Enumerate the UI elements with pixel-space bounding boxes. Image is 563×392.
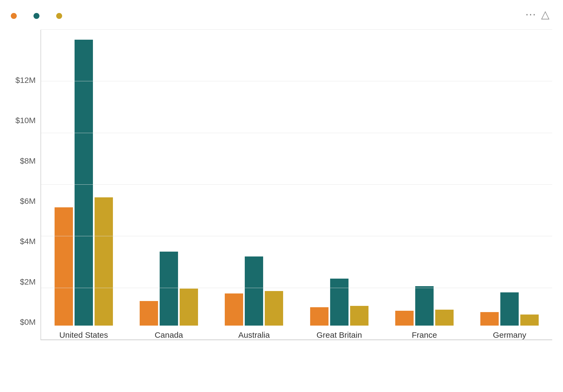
bar-medium — [160, 252, 178, 326]
country-group: Australia — [212, 30, 297, 340]
bars-plot: United StatesCanadaAustraliaGreat Britai… — [41, 30, 552, 340]
bar-medium — [415, 286, 434, 326]
y-axis-label: $0M — [20, 317, 36, 327]
bar-small — [520, 315, 539, 326]
country-group: Germany — [467, 30, 552, 340]
y-axis-label: $12M — [15, 76, 36, 85]
chart-area: $12M$10M$8M$6M$4M$2M$0M United StatesCan… — [11, 30, 552, 340]
legend — [11, 13, 552, 19]
country-label: France — [412, 330, 437, 340]
bars-row — [467, 30, 552, 326]
bars-row — [297, 30, 382, 326]
country-label: Canada — [155, 330, 183, 340]
bar-medium — [500, 292, 519, 326]
gridline — [41, 133, 552, 133]
country-group: Great Britain — [297, 30, 382, 340]
bars-section: United StatesCanadaAustraliaGreat Britai… — [41, 30, 552, 340]
gridline — [41, 184, 552, 185]
legend-item-small — [56, 13, 65, 19]
country-label: Australia — [238, 330, 270, 340]
country-label: Great Britain — [316, 330, 362, 340]
y-axis-label: $6M — [20, 197, 36, 206]
bar-large — [310, 307, 329, 326]
gridline — [41, 288, 552, 288]
gridline — [41, 81, 552, 81]
country-group: United States — [41, 30, 126, 340]
gridline — [41, 29, 552, 30]
country-group: France — [382, 30, 467, 340]
ellipsis-icon[interactable]: ⋯ — [525, 8, 536, 21]
y-axis-label: $10M — [15, 116, 36, 125]
bar-large — [395, 311, 414, 326]
bar-large — [140, 301, 158, 326]
y-axis-label: $8M — [20, 156, 36, 165]
bar-medium — [75, 40, 93, 326]
legend-dot-medium — [33, 13, 39, 19]
gridline — [41, 339, 552, 340]
bar-small — [95, 197, 113, 326]
bar-small — [350, 306, 368, 326]
country-group: Canada — [126, 30, 211, 340]
y-axis-label: $2M — [20, 277, 36, 286]
legend-dot-large — [11, 13, 17, 19]
bars-row — [126, 30, 211, 326]
bar-small — [265, 291, 283, 326]
bar-small — [435, 310, 454, 326]
bars-row — [382, 30, 467, 326]
legend-item-large — [11, 13, 20, 19]
y-axis: $12M$10M$8M$6M$4M$2M$0M — [11, 76, 41, 340]
legend-dot-small — [56, 13, 62, 19]
y-axis-label: $4M — [20, 237, 36, 246]
bar-large — [225, 293, 243, 326]
legend-item-medium — [33, 13, 43, 19]
country-label: Germany — [493, 330, 526, 340]
bar-small — [180, 289, 198, 326]
bar-large — [55, 207, 73, 326]
bars-row — [212, 30, 297, 326]
gridline — [41, 236, 552, 236]
bar-medium — [245, 256, 263, 326]
chart-container: △ ⋯ $12M$10M$8M$6M$4M$2M$0M United Sta — [0, 0, 563, 392]
filter-icon[interactable]: △ — [541, 8, 549, 21]
bar-medium — [330, 279, 348, 326]
bar-large — [480, 312, 499, 326]
country-label: United States — [59, 330, 108, 340]
bars-row — [41, 30, 126, 326]
